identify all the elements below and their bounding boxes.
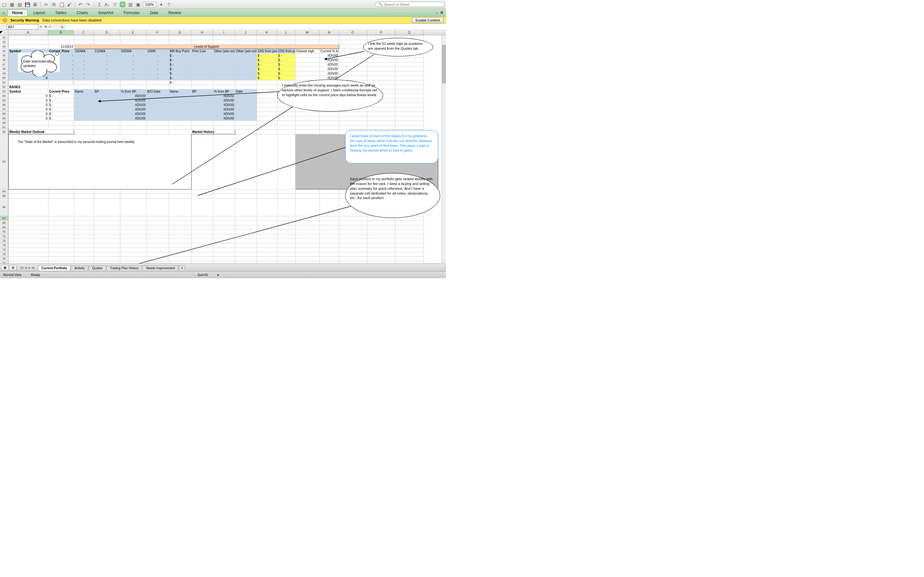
- cell[interactable]: [74, 121, 94, 125]
- cell[interactable]: [339, 49, 367, 53]
- cell[interactable]: [235, 121, 257, 125]
- cell[interactable]: [147, 239, 169, 243]
- cell[interactable]: Name: [169, 89, 192, 94]
- cell[interactable]: [120, 81, 147, 85]
- cell[interactable]: 10WK: [147, 49, 169, 53]
- cell[interactable]: [9, 121, 48, 125]
- cell[interactable]: [169, 130, 192, 134]
- cell[interactable]: [94, 121, 120, 125]
- cell[interactable]: Prior Low: [192, 49, 213, 53]
- cell[interactable]: [396, 252, 424, 257]
- cell[interactable]: #DIV/0!: [120, 112, 147, 116]
- cell[interactable]: [339, 116, 367, 121]
- cell[interactable]: [48, 248, 74, 252]
- cell[interactable]: [278, 130, 296, 134]
- tab-tables[interactable]: Tables: [51, 10, 71, 16]
- cell[interactable]: [296, 243, 320, 248]
- cell[interactable]: $ -: [278, 53, 296, 58]
- row-hdr-56[interactable]: 56: [0, 103, 8, 107]
- show-icon[interactable]: ▣: [135, 2, 141, 7]
- cell[interactable]: [147, 81, 169, 85]
- cell[interactable]: [192, 216, 213, 221]
- row-hdr-49[interactable]: 49: [0, 71, 8, 76]
- cell[interactable]: -: [74, 71, 94, 76]
- cell[interactable]: [396, 121, 424, 125]
- cell[interactable]: [396, 81, 424, 85]
- cell[interactable]: $ -: [169, 63, 192, 67]
- cell[interactable]: $ -: [278, 63, 296, 67]
- cell[interactable]: [192, 112, 213, 116]
- row-hdr-52[interactable]: 52: [0, 85, 8, 89]
- cell[interactable]: [367, 226, 396, 230]
- cell[interactable]: [74, 81, 94, 85]
- cell[interactable]: [192, 257, 213, 261]
- sheet-tab-plan-history[interactable]: Trading Plan History: [106, 266, 142, 271]
- row-hdr-55[interactable]: 55: [0, 98, 8, 103]
- cell[interactable]: $ -: [48, 112, 74, 116]
- cell[interactable]: BP: [94, 89, 120, 94]
- cell[interactable]: [9, 194, 48, 198]
- cell[interactable]: -: [147, 63, 169, 67]
- sheet-tab-needs-improvement[interactable]: Needs Improvement: [142, 266, 178, 271]
- cell[interactable]: [278, 121, 296, 125]
- cell[interactable]: 0: [9, 94, 48, 98]
- cell[interactable]: [278, 243, 296, 248]
- home-icon[interactable]: ⌂: [3, 11, 5, 15]
- format-painter-icon[interactable]: 🖌: [66, 2, 72, 7]
- cell[interactable]: [296, 194, 320, 198]
- row-hdr-67[interactable]: 67: [0, 216, 8, 221]
- cell[interactable]: [257, 85, 278, 89]
- cell[interactable]: [120, 125, 147, 130]
- cell[interactable]: $ -: [48, 103, 74, 107]
- cell[interactable]: [94, 112, 120, 116]
- cell[interactable]: [74, 116, 94, 121]
- cell[interactable]: [120, 257, 147, 261]
- row-hdr-48[interactable]: 48: [0, 67, 8, 71]
- cell[interactable]: [235, 134, 257, 189]
- cell[interactable]: [257, 216, 278, 221]
- cell[interactable]: [296, 76, 320, 81]
- cell[interactable]: -: [94, 53, 120, 58]
- cell[interactable]: [339, 67, 367, 71]
- cell[interactable]: [147, 234, 169, 239]
- cell[interactable]: [192, 85, 213, 89]
- cell[interactable]: $ -: [257, 63, 278, 67]
- cell[interactable]: % from BP: [213, 89, 235, 94]
- cell[interactable]: [339, 40, 367, 45]
- cell[interactable]: [74, 40, 94, 45]
- cell[interactable]: [192, 58, 213, 63]
- cell[interactable]: [48, 121, 74, 125]
- save-icon[interactable]: 💾: [24, 2, 30, 7]
- cell[interactable]: 0: [9, 103, 48, 107]
- cell[interactable]: [235, 194, 257, 198]
- cell[interactable]: [192, 121, 213, 125]
- cell[interactable]: [74, 239, 94, 243]
- cell[interactable]: [120, 216, 147, 221]
- cell[interactable]: [120, 194, 147, 198]
- tab-last-icon[interactable]: ▸|: [31, 266, 35, 269]
- cell[interactable]: The "State of the Market" is transcribed…: [9, 134, 192, 189]
- row-hdr-61[interactable]: 61: [0, 125, 8, 129]
- cell[interactable]: [320, 194, 339, 198]
- cell[interactable]: [169, 94, 192, 98]
- cell[interactable]: [74, 112, 94, 116]
- cell[interactable]: [213, 85, 235, 89]
- cell[interactable]: [48, 252, 74, 257]
- cell[interactable]: [48, 35, 74, 40]
- cell[interactable]: 0: [9, 112, 48, 116]
- cell[interactable]: [192, 134, 213, 189]
- cell[interactable]: -: [94, 71, 120, 76]
- cell[interactable]: [48, 234, 74, 239]
- col-hdr-P[interactable]: P: [367, 30, 395, 35]
- cell[interactable]: [235, 53, 257, 58]
- cell[interactable]: [9, 226, 48, 230]
- cell[interactable]: [192, 234, 213, 239]
- cell[interactable]: [169, 230, 192, 234]
- open-icon[interactable]: ▦: [9, 2, 15, 7]
- cell[interactable]: [169, 35, 192, 40]
- cell[interactable]: $ -: [257, 76, 278, 81]
- help-icon[interactable]: ?: [166, 2, 172, 7]
- cell[interactable]: [396, 248, 424, 252]
- cancel-fx-icon[interactable]: ✖: [44, 25, 47, 29]
- cell[interactable]: [339, 216, 367, 221]
